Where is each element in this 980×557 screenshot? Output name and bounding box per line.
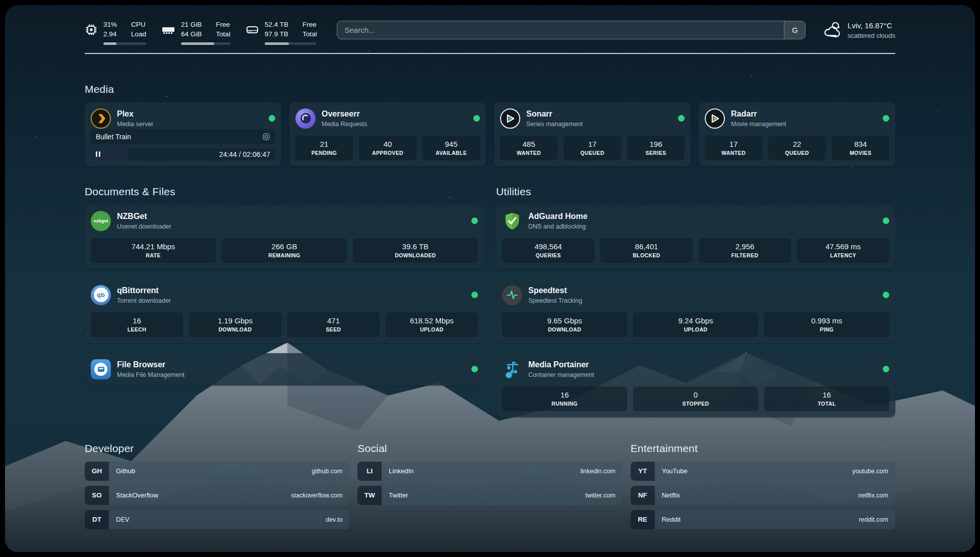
stat-ping: 0.993 ms PING [764,312,889,337]
search-provider-button[interactable]: G [784,21,805,39]
memory-widget: 21 GiB 64 GiB Free Total [161,20,230,45]
service-name: qBittorrent [117,286,171,296]
stat-upload: 9.24 Gbps UPLOAD [633,312,758,337]
filebrowser-icon [91,359,111,379]
memory-progress-fill [181,42,214,45]
stat-blocked: 86,401 BLOCKED [600,238,693,263]
stat-running: 16 RUNNING [502,386,627,411]
adguard-icon [502,211,522,231]
service-name: Sonarr [526,109,583,120]
service-description: Series management [526,120,583,128]
bookmark-reddit[interactable]: RE Reddit reddit.com [631,510,895,529]
service-name: NZBGet [117,211,171,222]
bookmark-name: LinkedIn [389,467,413,475]
status-online-dot [678,115,685,122]
disk-free: 52.4 TB [265,20,288,30]
bookmark-name: Twitter [389,491,408,499]
disk-progress-fill [265,42,289,45]
service-description: Container management [528,371,594,379]
section-title-documents: Documents & Files [85,186,484,198]
service-card-nzbget[interactable]: nzbget NZBGet Usenet downloader 744.21 M… [85,205,484,269]
disk-widget: 52.4 TB 97.9 TB Free Total [246,20,317,45]
bookmark-abbr: RE [631,510,655,529]
playback-time: 24:44 / 02:06:47 [219,150,275,158]
stat-filtered: 2,956 FILTERED [699,238,791,263]
bookmark-dev[interactable]: DT DEV dev.to [85,510,349,529]
search-input[interactable] [337,21,784,39]
search-bar: G [337,21,806,39]
section-media: Media Plex Media server [85,83,895,166]
service-description: Torrent downloader [117,297,171,305]
service-name: Media Portainer [528,360,594,370]
plex-icon [91,108,111,129]
resource-widgets: 31% 2.94 CPU Load [85,20,317,45]
service-card-qbittorrent[interactable]: qb qBittorrent Torrent downloader 16 [85,279,484,343]
memory-total: 64 GiB [181,30,202,39]
stat-stopped: 0 STOPPED [633,386,758,411]
service-description: Movie management [731,120,786,128]
cpu-load-label: Load [131,30,146,39]
cpu-progress-track [103,42,146,45]
service-description: Media File Management [117,371,185,379]
status-online-dot [883,366,889,372]
status-online-dot [883,115,889,122]
bookmark-abbr: GH [85,462,109,481]
service-card-plex[interactable]: Plex Media server Bullet Train [85,102,281,166]
service-card-adguard[interactable]: AdGuard Home DNS and adblocking 498,564 … [496,205,895,269]
stat-rate: 744.21 Mbps RATE [91,238,216,263]
status-online-dot [473,115,480,122]
section-title-media: Media [85,83,895,95]
section-utilities: Utilities [496,186,895,417]
memory-free: 21 GiB [181,20,202,30]
cpu-widget: 31% 2.94 CPU Load [85,20,146,45]
weather-widget: Lviv, 16.87°C scattered clouds [823,20,895,41]
bookmark-stackoverflow[interactable]: SO StackOverflow stackoverflow.com [85,486,349,505]
bookmark-name: Netflix [662,491,680,499]
header-divider [85,53,895,54]
stat-leech: 16 LEECH [91,312,183,337]
section-documents: Documents & Files nzbget NZBGet Usenet d… [85,186,484,417]
bookmark-twitter[interactable]: TW Twitter twitter.com [357,486,622,505]
service-name: AdGuard Home [528,211,587,222]
top-bar: 31% 2.94 CPU Load [85,20,895,45]
status-online-dot [883,292,889,298]
disk-icon [246,23,259,36]
disk-progress-track [265,42,317,45]
cpu-load-value: 2.94 [103,30,117,39]
stat-queries: 498,564 QUERIES [502,238,594,263]
stat-wanted: 17 WANTED [705,136,762,160]
stat-pending: 21 PENDING [295,136,353,160]
cpu-icon [85,23,98,36]
bookmark-linkedin[interactable]: LI LinkedIn linkedin.com [357,462,622,481]
service-card-portainer[interactable]: Media Portainer Container management 16 … [496,353,895,417]
weather-condition: scattered clouds [847,31,895,41]
bookmark-group-entertainment: Entertainment YT YouTube youtube.com NF … [631,442,895,529]
bookmark-abbr: NF [631,486,655,505]
stat-upload: 618.52 Mbps UPLOAD [386,312,478,337]
status-online-dot [471,366,478,372]
service-card-sonarr[interactable]: Sonarr Series management 485 WANTED 17 Q… [494,102,691,166]
disk-total-label: Total [302,30,317,39]
cloud-icon [823,22,842,39]
service-card-overseerr[interactable]: Overseerr Media Requests 21 PENDING 40 A… [289,102,486,166]
bookmark-group-developer: Developer GH Github github.com SO StackO… [85,442,349,529]
bookmark-url: netflix.com [858,492,888,499]
service-card-radarr[interactable]: Radarr Movie management 17 WANTED 22 QUE… [699,102,895,166]
service-name: File Browser [117,360,185,370]
memory-free-label: Free [216,20,230,30]
stat-total: 16 TOTAL [764,386,889,411]
pause-button[interactable] [96,151,100,157]
bookmark-url: reddit.com [859,516,888,523]
bookmark-name: DEV [116,516,130,523]
stat-approved: 40 APPROVED [359,136,416,160]
service-card-speedtest[interactable]: Speedtest Speedtest Tracking 9.65 Gbps D… [496,279,895,343]
stat-remaining: 266 GB REMAINING [222,238,347,263]
bookmark-url: stackoverflow.com [291,492,342,499]
bookmark-youtube[interactable]: YT YouTube youtube.com [631,462,895,481]
bookmark-abbr: TW [357,486,382,505]
bookmark-github[interactable]: GH Github github.com [85,462,349,481]
service-card-filebrowser[interactable]: File Browser Media File Management [85,353,484,385]
bookmark-netflix[interactable]: NF Netflix netflix.com [631,486,895,505]
weather-location-temp: Lviv, 16.87°C [847,20,895,31]
stat-latency: 47.569 ms LATENCY [797,238,889,263]
